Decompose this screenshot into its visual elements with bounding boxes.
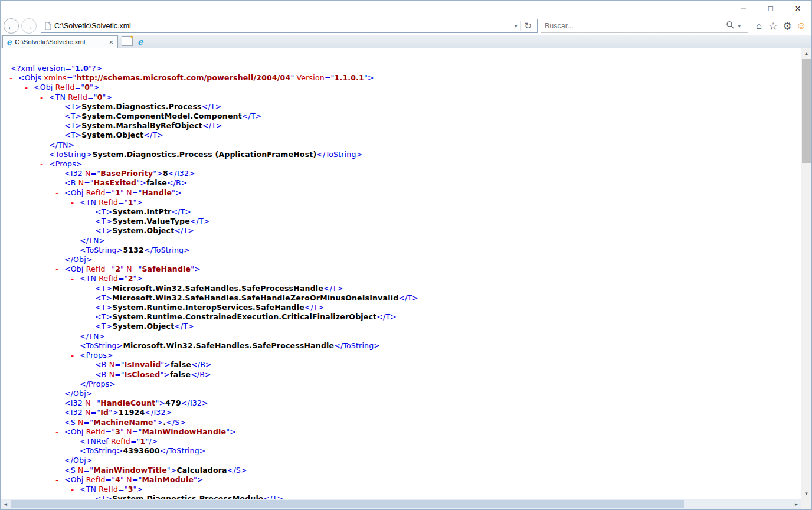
xml-token: "> [153, 418, 163, 427]
xml-line: <T>System.Runtime.InteropServices.SafeHa… [1, 303, 801, 312]
favorites-star-icon[interactable]: ☆ [766, 19, 780, 33]
xml-token: RefId [99, 485, 118, 493]
xml-token: <TN [80, 274, 99, 283]
collapse-toggle[interactable]: - [24, 83, 28, 93]
xml-token: N [85, 398, 91, 407]
xml-line: -<Obj RefId="4" N="MainModule"> [1, 475, 801, 485]
xml-token: false [171, 360, 191, 369]
xml-token: System.Runtime.ConstrainedExecution.Crit… [112, 312, 376, 321]
vertical-scrollbar[interactable]: ▲ ▼ [801, 48, 811, 499]
url-text[interactable]: C:\Solvetic\Solvetic.xml [54, 22, 511, 30]
collapse-toggle[interactable]: - [70, 198, 74, 208]
collapse-toggle[interactable]: - [55, 428, 59, 437]
collapse-toggle[interactable]: - [55, 265, 59, 274]
xml-token: <ToString> [80, 246, 123, 254]
xml-token: "> [161, 360, 171, 369]
xml-token: =" [91, 408, 101, 417]
xml-token: "?> [89, 64, 102, 73]
xml-token: </ToString> [144, 246, 190, 254]
scroll-up-button[interactable]: ▲ [801, 48, 811, 58]
horizontal-scroll-thumb[interactable] [11, 500, 684, 508]
xml-token: <Obj [34, 83, 55, 91]
xml-token: 1.0 [75, 64, 89, 73]
search-box[interactable]: Buscar... ▾ [541, 19, 748, 33]
collapse-toggle[interactable]: - [40, 93, 44, 103]
xml-token: System.Object [112, 226, 174, 235]
scrollbar-corner [801, 499, 811, 509]
collapse-toggle[interactable]: - [70, 351, 74, 361]
xml-token: " [120, 475, 126, 484]
collapse-toggle[interactable]: - [55, 189, 59, 198]
tab[interactable]: e C:\Solvetic\Solvetic.xml × [2, 35, 118, 48]
xml-token: "> [133, 485, 143, 493]
ie-icon[interactable]: e [137, 38, 143, 47]
horizontal-scrollbar[interactable]: ◄ ► [1, 499, 811, 509]
titlebar[interactable]: ─ □ × [1, 1, 811, 17]
xml-token: </T> [264, 494, 284, 499]
xml-token: N [109, 370, 115, 379]
xml-token: </B> [167, 178, 188, 187]
back-arrow-icon: ← [7, 21, 16, 31]
xml-line: <ToString>Microsoft.Win32.SafeHandles.Sa… [1, 341, 801, 351]
search-icon[interactable] [726, 21, 734, 31]
address-bar[interactable]: C:\Solvetic\Solvetic.xml ▾ ↻ [41, 19, 538, 33]
scroll-right-button[interactable]: ► [791, 502, 801, 507]
xml-token: </T> [304, 303, 325, 312]
collapse-toggle[interactable]: - [9, 74, 13, 83]
feedback-smiley-icon[interactable]: ☺ [794, 19, 808, 33]
xml-token: =" [84, 466, 94, 475]
search-input[interactable]: Buscar... [545, 22, 726, 30]
xml-token: N [78, 466, 84, 475]
xml-token: 11924 [119, 408, 145, 417]
xml-token: RefId [86, 264, 106, 273]
close-button[interactable]: × [784, 1, 811, 17]
browser-window: ─ □ × ← → C:\Solvetic\Solvetic.xml ▾ ↻ B… [0, 0, 812, 510]
address-dropdown-caret-icon[interactable]: ▾ [511, 23, 521, 29]
xml-token: <ToString> [80, 446, 123, 455]
collapse-toggle[interactable]: - [55, 476, 59, 485]
xml-token: "> [155, 398, 165, 407]
collapse-toggle[interactable]: - [70, 485, 74, 495]
xml-token: "> [226, 427, 236, 436]
xml-token: "> [167, 466, 177, 475]
xml-token: </T> [202, 121, 222, 130]
scroll-down-button[interactable]: ▼ [801, 489, 811, 499]
collapse-toggle[interactable]: - [40, 160, 44, 169]
xml-line: <ToString>System.Diagnostics.Process (Ap… [1, 150, 801, 159]
xml-token: MachineName [93, 418, 153, 427]
xml-token: http://schemas.microsoft.com/powershell/… [77, 73, 291, 82]
xml-token: =" [118, 198, 128, 207]
refresh-icon[interactable]: ↻ [520, 21, 535, 31]
xml-token: <T> [95, 226, 112, 235]
maximize-button[interactable]: □ [757, 1, 784, 17]
xml-token: <Props> [80, 351, 113, 359]
minimize-button[interactable]: ─ [730, 1, 757, 17]
xml-line: -<Obj RefId="1" N="Handle"> [1, 188, 801, 198]
search-dropdown-caret-icon[interactable]: ▾ [734, 23, 744, 29]
forward-button[interactable]: → [21, 18, 37, 34]
xml-token: RefId [68, 93, 87, 102]
xml-token: BasePriority [100, 169, 153, 178]
page-icon [45, 22, 51, 30]
scroll-left-button[interactable]: ◄ [1, 502, 11, 507]
xml-token: "> [133, 274, 143, 283]
xml-token: </B> [191, 360, 212, 369]
xml-token: <I32 [64, 169, 85, 178]
back-button[interactable]: ← [4, 18, 19, 34]
xml-token: <T> [95, 312, 112, 321]
xml-token: HasExited [94, 178, 136, 187]
new-tab-button[interactable]: ★ [122, 36, 133, 46]
tab-close-button[interactable]: × [107, 38, 115, 47]
xml-token: N [109, 360, 115, 369]
xml-token: System.IntPtr [112, 207, 171, 216]
xml-line: </TN> [1, 332, 801, 341]
xml-token: =" [87, 93, 97, 102]
xml-line: -<Props> [1, 351, 801, 360]
collapse-toggle[interactable]: - [70, 274, 74, 284]
vertical-scroll-thumb[interactable] [802, 59, 811, 163]
settings-gear-icon[interactable]: ⚙ [780, 19, 794, 33]
xml-line: -<Objs xmlns="http://schemas.microsoft.c… [1, 73, 801, 83]
xml-token: </Props> [80, 380, 116, 388]
home-icon[interactable]: ⌂ [752, 19, 766, 33]
xml-line: </Obj> [1, 456, 801, 465]
